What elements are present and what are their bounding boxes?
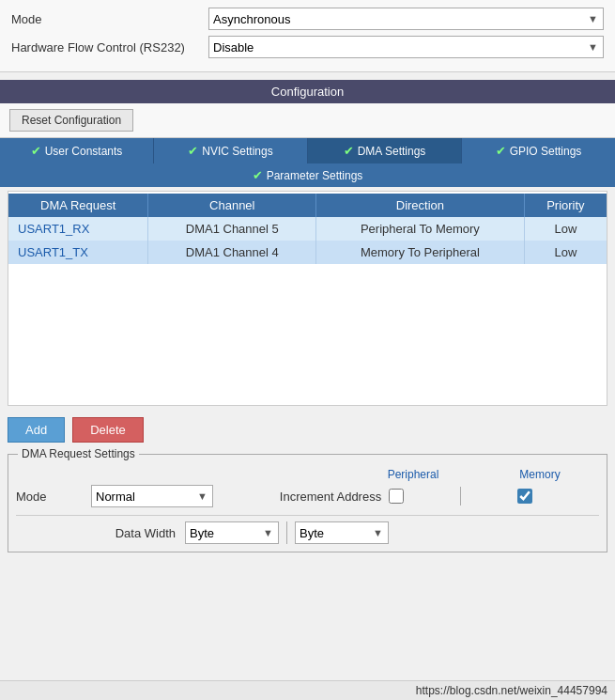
cell-direction-0: Peripheral To Memory: [316, 217, 525, 241]
dma-request-settings: DMA Request Settings Peripheral Memory M…: [8, 454, 607, 552]
tab-dma-label: DMA Settings: [358, 145, 426, 158]
dma-request-settings-label: DMA Request Settings: [18, 447, 139, 460]
tab-gpio-settings[interactable]: ✔ GPIO Settings: [462, 138, 615, 163]
col-divider: [460, 487, 461, 506]
peripheral-dw-wrapper: Byte ▼: [185, 521, 279, 544]
data-width-row: Data Width Byte ▼ Byte ▼: [16, 521, 599, 544]
dma-table: DMA Request Channel Direction Priority U…: [8, 194, 607, 264]
th-dma-request: DMA Request: [8, 194, 148, 217]
cell-priority-0: Low: [524, 217, 607, 241]
hw-flow-select[interactable]: Disable: [208, 36, 604, 58]
tab-dma-settings[interactable]: ✔ DMA Settings: [308, 138, 462, 163]
cell-direction-1: Memory To Peripheral: [316, 241, 525, 264]
memory-dw-select[interactable]: Byte: [295, 521, 389, 544]
status-url: https://blog.csdn.net/weixin_44457994: [416, 684, 607, 697]
dw-col-divider: [286, 521, 287, 544]
separator: [16, 515, 599, 516]
tab-nvic-settings[interactable]: ✔ NVIC Settings: [154, 138, 308, 163]
peripheral-dw-select[interactable]: Byte: [185, 521, 279, 544]
data-width-label: Data Width: [16, 526, 185, 540]
mode-row-label: Mode: [16, 490, 91, 504]
dma-mode-select[interactable]: Normal: [91, 485, 213, 507]
memory-increment-checkbox[interactable]: [517, 489, 532, 504]
increment-section: Increment Address: [213, 487, 599, 506]
mode-row: Mode Normal ▼ Increment Address: [16, 485, 599, 507]
dma-check-icon: ✔: [344, 144, 354, 158]
peripheral-increment-checkbox[interactable]: [389, 489, 404, 504]
increment-label: Increment Address: [280, 490, 381, 504]
hw-flow-label: Hardware Flow Control (RS232): [11, 40, 208, 54]
hw-flow-select-wrapper: Disable ▼: [208, 36, 604, 58]
param-check-icon: ✔: [253, 168, 263, 182]
table-row[interactable]: USART1_TX DMA1 Channel 4 Memory To Perip…: [8, 241, 607, 264]
gpio-check-icon: ✔: [496, 144, 506, 158]
mode-label: Mode: [11, 12, 208, 26]
param-tab-row[interactable]: ✔ Parameter Settings: [0, 163, 615, 187]
tab-nvic-label: NVIC Settings: [202, 145, 272, 158]
mode-select-container: Normal ▼: [91, 485, 213, 507]
table-header-row: DMA Request Channel Direction Priority: [8, 194, 607, 217]
tabs-row: ✔ User Constants ✔ NVIC Settings ✔ DMA S…: [0, 138, 615, 163]
empty-area: [8, 264, 607, 405]
mode-select-wrapper: Asynchronous ▼: [208, 8, 604, 30]
button-row: Add Delete: [0, 410, 615, 450]
table-row[interactable]: USART1_RX DMA1 Channel 5 Peripheral To M…: [8, 217, 607, 241]
delete-button[interactable]: Delete: [72, 417, 144, 443]
tab-user-constants[interactable]: ✔ User Constants: [0, 138, 154, 163]
config-header: Configuration: [0, 80, 615, 103]
nvic-check-icon: ✔: [188, 144, 198, 158]
peripheral-col-header: Peripheral: [338, 468, 488, 481]
status-bar: https://blog.csdn.net/weixin_44457994: [0, 680, 615, 700]
memory-col-header: Memory: [488, 468, 592, 481]
th-channel: Channel: [148, 194, 316, 217]
mode-select[interactable]: Asynchronous: [208, 8, 604, 30]
cell-request-1: USART1_TX: [8, 241, 148, 264]
cell-priority-1: Low: [524, 241, 607, 264]
th-priority: Priority: [524, 194, 607, 217]
th-direction: Direction: [316, 194, 525, 217]
cell-channel-1: DMA1 Channel 4: [148, 241, 316, 264]
reset-config-button[interactable]: Reset Configuration: [9, 109, 133, 132]
memory-dw-wrapper: Byte ▼: [295, 521, 389, 544]
cell-channel-0: DMA1 Channel 5: [148, 217, 316, 241]
tab-gpio-label: GPIO Settings: [510, 145, 582, 158]
cell-request-0: USART1_RX: [8, 217, 148, 241]
user-constants-check-icon: ✔: [31, 144, 41, 158]
param-tab-label: Parameter Settings: [267, 169, 363, 182]
tab-user-constants-label: User Constants: [45, 145, 123, 158]
dma-table-area: DMA Request Channel Direction Priority U…: [8, 191, 607, 406]
add-button[interactable]: Add: [8, 417, 65, 443]
